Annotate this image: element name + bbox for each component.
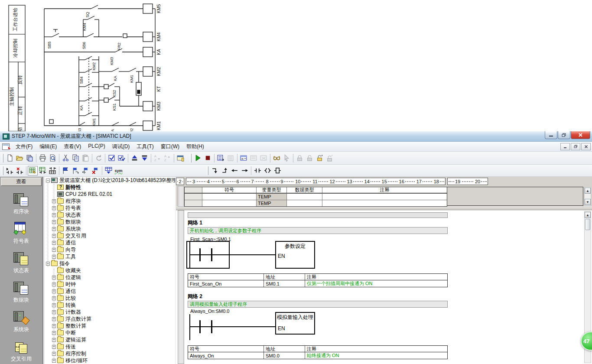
pane-splitter[interactable] (176, 207, 592, 210)
tree-item-tools[interactable]: 工具 (45, 253, 175, 260)
run-icon[interactable] (193, 153, 203, 163)
bookmark-glasses-icon[interactable] (272, 153, 282, 163)
scroll-down-icon[interactable]: ▼ (585, 199, 591, 205)
mdi-close-button[interactable] (581, 143, 591, 150)
line-right-icon[interactable] (240, 166, 250, 176)
prev-bookmark-icon[interactable] (81, 166, 91, 176)
unlock-icon[interactable] (305, 153, 315, 163)
compile-all-icon[interactable] (117, 153, 127, 163)
undo-icon[interactable] (94, 153, 104, 163)
next-network-icon[interactable] (5, 166, 15, 176)
tree-item-instruction[interactable]: 逻辑运算 (45, 336, 175, 343)
close-button[interactable] (571, 131, 590, 139)
tree-item-program-block[interactable]: 程序块 (45, 198, 175, 205)
subroutine-box[interactable]: 参数设定 EN (275, 241, 315, 269)
next-bookmark-icon[interactable] (71, 166, 81, 176)
program-title-bar[interactable] (188, 212, 448, 218)
menu-item[interactable]: 帮助(H) (183, 142, 208, 152)
new-file-icon[interactable] (5, 153, 15, 163)
menu-item[interactable]: 调试(D) (109, 142, 133, 152)
apply-symbol-table-icon[interactable] (104, 166, 114, 176)
chart-status-icon[interactable] (239, 153, 249, 163)
menu-item[interactable]: PLC(P) (85, 142, 108, 152)
tree-item-system-block[interactable]: 系统块 (45, 225, 175, 232)
tree-item-project-root[interactable]: 景观温室大棚 (D:\论文\2018-3-10\tb61485239\整理 (45, 177, 175, 184)
lock-icon[interactable] (295, 153, 305, 163)
toolbar-grip[interactable] (2, 154, 3, 162)
tree-item-instruction[interactable]: 比较 (45, 295, 175, 302)
subroutine-box[interactable]: 模拟量输入处理 EN (275, 312, 315, 335)
insert-box-icon[interactable] (273, 166, 283, 176)
viewbar-item-data-block[interactable]: 数据块 (0, 281, 42, 304)
tree-item-instructions-root[interactable]: 指令 (45, 260, 175, 267)
variable-table-row[interactable]: TEMP (185, 193, 447, 200)
tree-item-instruction[interactable]: 移位/循环 (45, 357, 175, 364)
mdi-restore-button[interactable] (571, 143, 580, 150)
remove-lock-icon[interactable] (325, 153, 335, 163)
variable-table-scrollbar[interactable]: ▲ ▼ (584, 187, 591, 206)
sort-ascending-icon[interactable]: AZ (153, 153, 163, 163)
tree-item-communication[interactable]: 通信 (45, 239, 175, 246)
single-read-icon[interactable] (249, 153, 259, 163)
tree-item-cross-reference[interactable]: 交叉引用 (45, 232, 175, 239)
scroll-up-icon[interactable]: ▲ (585, 188, 591, 194)
clear-bookmarks-icon[interactable] (91, 166, 101, 176)
symbolic-addressing-icon[interactable]: sym (114, 166, 124, 176)
viewbar-item-symbol-table[interactable]: 符号表 (0, 222, 42, 245)
toolbar-grip[interactable] (2, 166, 3, 175)
upload-icon[interactable] (130, 153, 140, 163)
save-all-icon[interactable] (25, 153, 35, 163)
program-status-icon[interactable] (216, 153, 226, 163)
network-title[interactable]: 网络 2 (188, 293, 202, 300)
tree-item-instruction[interactable]: 浮点数计算 (45, 315, 175, 322)
tree-item-cpu[interactable]: CPU 226 REL 02.01 (45, 191, 175, 198)
line-up-icon[interactable] (220, 166, 230, 176)
tree-item-instruction[interactable]: 时钟 (45, 281, 175, 288)
scrollbar-thumb[interactable] (585, 219, 590, 230)
viewbar-item-cross-reference[interactable]: ↔ 交叉引用 (0, 340, 42, 363)
copy-icon[interactable] (71, 153, 81, 163)
network-comment[interactable]: 调用模拟量输入处理子程序 (188, 301, 448, 308)
network-comment[interactable]: 开机初始化，调用设定参数子程序 (188, 227, 448, 234)
view-symbolic-icon[interactable] (28, 166, 38, 176)
print-preview-icon[interactable] (48, 153, 58, 163)
variable-table[interactable]: 符号 变量类型 数据类型 注释 TEMP TEMP (184, 187, 447, 207)
minimize-button[interactable] (545, 131, 557, 139)
tree-item-instruction[interactable]: 位逻辑 (45, 274, 175, 281)
tree-item-instruction[interactable]: 计数器 (45, 309, 175, 315)
network-title[interactable]: 网络 1 (188, 219, 202, 227)
tree-item-symbol-table[interactable]: 符号表 (45, 205, 175, 211)
tree-item-data-block[interactable]: 数据块 (45, 218, 175, 225)
tree-item-status-table[interactable]: 状态表 (45, 211, 175, 218)
tree-item-instruction[interactable]: 整数计算 (45, 322, 175, 329)
stop-chart-icon[interactable] (259, 153, 269, 163)
paste-icon[interactable] (81, 153, 91, 163)
tree-item-instruction[interactable]: 转换 (45, 302, 175, 309)
tree-item-wizard[interactable]: 向导 (45, 246, 175, 253)
insert-coil-icon[interactable] (263, 166, 273, 176)
pause-status-icon[interactable] (226, 153, 236, 163)
tree-item-whats-new[interactable]: 新特性 (45, 184, 175, 191)
menu-item[interactable]: 查看(V) (60, 142, 85, 152)
line-down-icon[interactable] (210, 166, 220, 176)
sort-descending-icon[interactable]: AZ (163, 153, 172, 163)
password-lock-icon[interactable] (315, 153, 325, 163)
compile-icon[interactable] (107, 153, 117, 163)
insert-contact-icon[interactable] (253, 166, 263, 176)
options-icon[interactable] (176, 153, 185, 163)
viewbar-item-status-table[interactable]: 状态表 (0, 251, 42, 274)
open-file-icon[interactable] (15, 153, 25, 163)
toolbar-grip[interactable] (190, 154, 192, 162)
mdi-minimize-button[interactable] (560, 143, 570, 150)
document-icon[interactable] (2, 143, 10, 150)
line-left-icon[interactable] (230, 166, 240, 176)
tree-item-instruction[interactable]: 程序控制 (45, 350, 175, 357)
view-symbol-info-icon[interactable] (38, 166, 48, 176)
delete-network-icon[interactable] (15, 166, 25, 176)
title-bar[interactable]: STEP 7-Micro/WIN - 景观温室大棚 - [SIMATIC LAD… (0, 131, 592, 142)
toggle-bookmark-icon[interactable] (61, 166, 71, 176)
restore-button[interactable] (558, 131, 570, 139)
menu-item[interactable]: 文件(F) (12, 142, 36, 152)
scroll-up-icon[interactable]: ▲ (585, 212, 591, 218)
menu-item[interactable]: 工具(T) (133, 142, 157, 152)
